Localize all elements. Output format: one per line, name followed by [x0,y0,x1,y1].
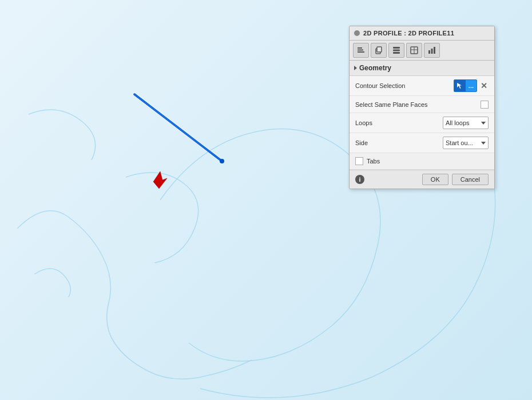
select-same-plane-label: Select Same Plane Faces [355,101,481,108]
svg-rect-5 [358,47,362,49]
select-same-plane-row: Select Same Plane Faces [350,96,494,113]
cancel-button[interactable]: Cancel [452,174,489,185]
loops-value: All loops [446,119,470,126]
loops-control: All loops [443,117,489,129]
geometry-section-header[interactable]: Geometry [350,61,494,76]
info-icon-label: i [359,176,360,183]
side-label: Side [355,139,443,146]
contour-selection-button[interactable]: ... [454,79,477,92]
cursor-icon [454,80,466,91]
contour-selection-control: ... ✕ [454,79,489,92]
edit-icon [356,46,366,55]
toolbar-btn-2[interactable] [371,43,387,58]
contour-selection-label: Contour Selection [355,82,454,89]
side-control: Start ou... [443,137,489,149]
toolbar-btn-1[interactable] [353,43,369,58]
svg-rect-15 [428,50,430,54]
action-buttons: OK Cancel [422,174,489,185]
select-same-plane-checkbox[interactable] [481,101,489,109]
loops-dropdown-arrow-icon [481,122,486,125]
panel-titlebar: 2D PROFILE : 2D PROFILE11 [350,26,494,41]
geometry-form: Contour Selection ... ✕ Select Same Plan… [350,76,494,153]
svg-point-2 [220,159,224,163]
loops-row: Loops All loops [350,113,494,133]
panel-bottom: i OK Cancel [350,170,494,189]
tabs-label: Tabs [367,158,380,165]
svg-rect-10 [393,50,400,51]
loops-dropdown[interactable]: All loops [443,117,489,129]
panel-title-dot [354,30,360,36]
copy-icon [374,46,383,55]
toolbar-btn-5[interactable] [424,43,440,58]
svg-rect-17 [434,47,435,54]
contour-btn-dots: ... [466,82,477,89]
collapse-triangle-icon [354,66,357,70]
geometry-section-label: Geometry [359,64,391,72]
toolbar-btn-4[interactable] [406,43,422,58]
svg-rect-16 [431,49,433,54]
wrench-icon [392,46,401,55]
svg-rect-9 [393,47,400,49]
ok-button[interactable]: OK [422,174,448,185]
svg-line-1 [134,94,222,161]
svg-marker-18 [457,83,462,89]
loops-label: Loops [355,119,443,126]
side-dropdown[interactable]: Start ou... [443,137,489,149]
panel-title: 2D PROFILE : 2D PROFILE11 [363,30,454,37]
svg-rect-11 [393,52,400,54]
chart-icon [427,46,436,55]
svg-rect-4 [358,51,364,53]
select-same-plane-control [481,101,489,109]
tabs-row: Tabs [350,153,494,170]
svg-rect-6 [358,50,363,51]
toolbar-btn-3[interactable] [388,43,404,58]
info-button[interactable]: i [355,175,364,184]
tabs-checkbox[interactable] [355,157,363,165]
side-value: Start ou... [446,139,473,146]
side-dropdown-arrow-icon [481,142,486,145]
contour-close-button[interactable]: ✕ [479,81,489,90]
panel-toolbar [350,41,494,61]
side-row: Side Start ou... [350,133,494,153]
panel: 2D PROFILE : 2D PROFILE11 [349,26,495,189]
svg-rect-8 [377,47,382,52]
table-icon [410,46,419,55]
contour-selection-row: Contour Selection ... ✕ [350,76,494,96]
